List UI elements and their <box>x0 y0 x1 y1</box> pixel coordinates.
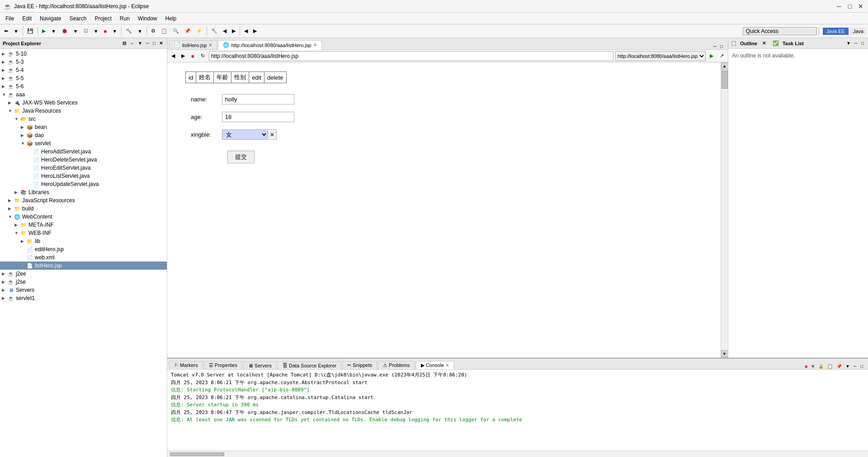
toolbar-navigate-fwd[interactable]: ▶ <box>251 27 259 35</box>
scroll-thumb[interactable] <box>722 71 728 89</box>
tree-item-build[interactable]: ▶ 📁 build <box>0 205 167 213</box>
tree-item-5-6[interactable]: ▶ ☕ 5-6 <box>0 82 167 90</box>
tree-item-hero-add[interactable]: ▶ 📄 HeroAddServlet.java <box>0 148 167 156</box>
tab-servers[interactable]: 🖥 Servers <box>243 362 277 369</box>
name-input[interactable] <box>222 94 294 105</box>
toolbar-misc-2[interactable]: 📋 <box>159 27 170 35</box>
tree-item-edithero-jsp[interactable]: ▶ 📄 editHero.jsp <box>0 245 167 253</box>
console-copy[interactable]: 📋 <box>826 363 834 369</box>
toolbar-run[interactable]: ▶ <box>40 27 48 35</box>
url-bar[interactable] <box>209 51 613 61</box>
toolbar-misc-7[interactable]: ◀ <box>221 27 229 35</box>
toolbar-build[interactable]: 🔨 <box>123 27 134 35</box>
tab-close-button[interactable]: ✕ <box>313 43 317 48</box>
tree-item-5-10[interactable]: ▶ ☕ 5-10 <box>0 50 167 58</box>
tree-item-j2se[interactable]: ▶ ☕ j2se <box>0 278 167 286</box>
toolbar-coverage-dd[interactable]: ▼ <box>91 27 101 35</box>
tree-item-js-resources[interactable]: ▶ 📁 JavaScript Resources <box>0 196 167 205</box>
editor-minimize-button[interactable]: ─ <box>712 43 718 49</box>
close-button[interactable]: ✕ <box>857 3 864 10</box>
java-perspective[interactable]: Java <box>850 28 866 35</box>
link-editor-button[interactable]: ↔ <box>128 40 136 46</box>
tree-item-dao[interactable]: ▶ 📦 dao <box>0 131 167 139</box>
tree-item-java-resources[interactable]: ▼ 📁 Java Resources <box>0 107 167 115</box>
tree-item-src[interactable]: ▼ 📂 src <box>0 115 167 123</box>
tree-item-web-xml[interactable]: ▶ 📄 web.xml <box>0 253 167 262</box>
toolbar-run-dd[interactable]: ▼ <box>49 27 58 35</box>
minimize-button[interactable]: ─ <box>835 3 843 10</box>
tree-item-meta-inf[interactable]: ▶ 📁 META-INF <box>0 221 167 229</box>
toolbar-misc-8[interactable]: ▶ <box>230 27 238 35</box>
tab-problems[interactable]: ⚠ Problems <box>378 361 415 369</box>
toolbar-stop-dd[interactable]: ▼ <box>110 27 119 35</box>
outline-view-menu[interactable]: ▼ <box>845 40 852 46</box>
browser-forward-button[interactable]: ▶ <box>179 52 187 60</box>
select-clear-button[interactable]: ✕ <box>268 131 276 139</box>
scroll-up-button[interactable]: ▲ <box>721 62 728 70</box>
tree-item-5-5[interactable]: ▶ ☕ 5-5 <box>0 74 167 82</box>
menu-file[interactable]: File <box>2 14 18 23</box>
tree-item-libraries[interactable]: ▶ 📚 Libraries <box>0 188 167 196</box>
tree-item-5-3[interactable]: ▶ ☕ 5-3 <box>0 58 167 66</box>
tree-item-j2ee[interactable]: ▶ ☕ j2ee <box>0 270 167 278</box>
menu-window[interactable]: Window <box>134 14 161 23</box>
tree-item-lib[interactable]: ▶ 📁 lib <box>0 237 167 245</box>
tree-item-servers[interactable]: ▶ 🖥 Servers <box>0 286 167 294</box>
toolbar-back[interactable]: ⬅ <box>2 27 10 35</box>
tree-item-servlet[interactable]: ▼ 📦 servlet <box>0 139 167 148</box>
console-stop-button[interactable]: ■ <box>803 363 809 369</box>
toolbar-stop[interactable]: ■ <box>102 27 109 35</box>
submit-button[interactable]: 提交 <box>227 151 255 163</box>
tab-markers[interactable]: ⚐ Markers <box>169 361 203 369</box>
menu-help[interactable]: Help <box>162 14 180 23</box>
menu-search[interactable]: Search <box>66 14 90 23</box>
maximize-panel-button[interactable]: □ <box>151 40 157 46</box>
browser-open-external-button[interactable]: ↗ <box>717 52 726 60</box>
toolbar-misc-1[interactable]: ⚙ <box>149 27 158 35</box>
console-view-menu[interactable]: ▼ <box>844 363 851 369</box>
browser-stop-button[interactable]: ■ <box>189 52 197 60</box>
url-history-dropdown[interactable]: http://localhost:8080/aaa/listHero.jsp <box>615 51 706 61</box>
xingbie-select[interactable]: 女 男 <box>222 130 268 139</box>
close-panel-button[interactable]: ✕ <box>158 40 164 46</box>
maximize-button[interactable]: □ <box>846 3 854 10</box>
tab-listhero-browser[interactable]: 🌐 http://localhost:8080/aaa/listHero.jsp… <box>218 40 321 50</box>
h-scroll-thumb[interactable] <box>170 452 224 456</box>
tree-item-hero-update[interactable]: ▶ 📄 HeroUpdateServlet.java <box>0 180 167 188</box>
console-minimize[interactable]: ─ <box>852 363 858 369</box>
tree-item-jax-ws[interactable]: ▶ 🔌 JAX-WS Web Services <box>0 99 167 107</box>
toolbar-debug-dd[interactable]: ▼ <box>71 27 80 35</box>
console-pin[interactable]: 📌 <box>835 363 843 369</box>
tab-close-button[interactable]: ✕ <box>208 43 212 48</box>
tree-item-web-inf[interactable]: ▼ 📁 WEB-INF <box>0 229 167 237</box>
toolbar-dropdown[interactable]: ▼ <box>11 27 21 35</box>
tree-item-hero-delete[interactable]: ▶ 📄 HeroDeleteServlet.java <box>0 156 167 164</box>
scroll-down-button[interactable]: ▼ <box>721 350 728 357</box>
toolbar-save[interactable]: 💾 <box>25 27 36 35</box>
tab-snippets[interactable]: ✂ Snippets <box>342 361 377 369</box>
tree-item-hero-edit[interactable]: ▶ 📄 HeroEditServlet.java <box>0 164 167 172</box>
tree-item-aaa[interactable]: ▼ ☕ aaa <box>0 90 167 99</box>
toolbar-misc-5[interactable]: ⚡ <box>194 27 205 35</box>
minimize-panel-button[interactable]: ─ <box>145 40 151 46</box>
tree-item-webcontent[interactable]: ▼ 🌐 WebContent <box>0 213 167 221</box>
menu-edit[interactable]: Edit <box>19 14 35 23</box>
tree-item-5-4[interactable]: ▶ ☕ 5-4 <box>0 66 167 74</box>
java-ee-perspective[interactable]: Java EE <box>823 28 849 35</box>
outline-maximize[interactable]: □ <box>860 40 865 46</box>
tab-datasource[interactable]: 🗄 Data Source Explorer <box>278 362 341 369</box>
tree-item-listhero-jsp[interactable]: ▶ 📄 listHero.jsp <box>0 262 167 270</box>
console-tab-close[interactable]: ✕ <box>445 363 449 368</box>
tab-console[interactable]: ▶ Console ✕ <box>416 361 454 369</box>
toolbar-misc-6[interactable]: 🔧 <box>209 27 220 35</box>
vertical-scrollbar[interactable]: ▲ ▼ <box>721 62 728 357</box>
browser-back-button[interactable]: ◀ <box>169 52 177 60</box>
quick-access-input[interactable] <box>743 27 817 35</box>
tree-item-servlet1[interactable]: ▶ ☕ servlet1 <box>0 294 167 302</box>
console-scroll-lock[interactable]: 🔒 <box>817 363 825 369</box>
browser-refresh-button[interactable]: ↻ <box>198 52 207 60</box>
age-input[interactable] <box>222 112 294 122</box>
editor-maximize-button[interactable]: □ <box>719 43 724 49</box>
horizontal-scrollbar[interactable] <box>167 451 868 457</box>
collapse-all-button[interactable]: ⊟ <box>121 40 127 46</box>
